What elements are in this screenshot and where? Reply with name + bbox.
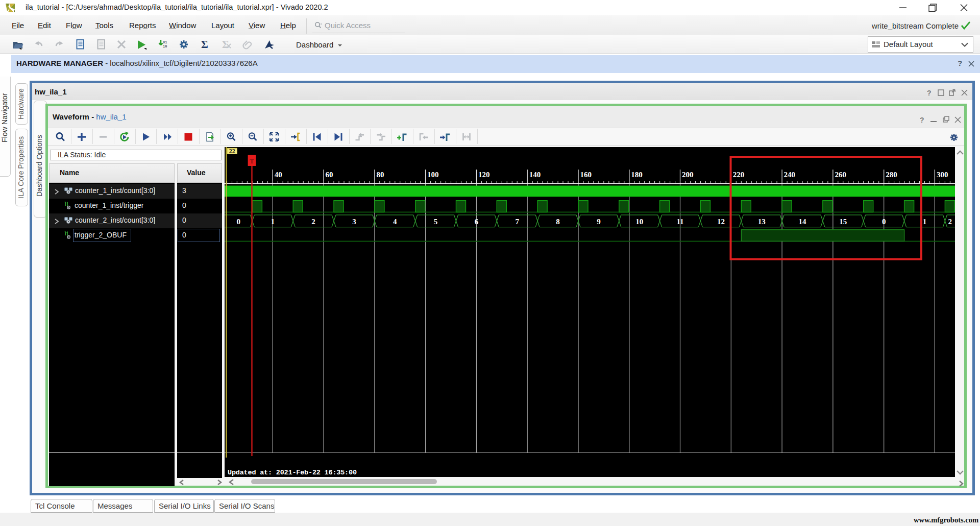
svg-text:?: ? [920, 116, 924, 124]
svg-text:180: 180 [631, 171, 643, 179]
svg-text:0: 0 [236, 218, 240, 226]
svg-text:8: 8 [556, 218, 560, 226]
svg-text:10: 10 [635, 218, 643, 226]
svg-text:2: 2 [948, 218, 952, 226]
svg-text:12: 12 [717, 218, 725, 226]
svg-text:01: 01 [163, 40, 167, 44]
svg-text:15: 15 [839, 218, 847, 226]
svg-text:220: 220 [733, 171, 745, 179]
svg-text:6: 6 [475, 218, 479, 226]
svg-text:9: 9 [597, 218, 601, 226]
svg-text:3: 3 [352, 218, 356, 226]
svg-text:40: 40 [275, 171, 282, 179]
svg-text:5: 5 [434, 218, 438, 226]
svg-text:100: 100 [427, 171, 439, 179]
svg-text:Updated at: 2021-Feb-22 16:35:: Updated at: 2021-Feb-22 16:35:00 [228, 469, 357, 476]
svg-text:260: 260 [835, 171, 846, 179]
svg-text:1: 1 [923, 218, 927, 226]
svg-text:4: 4 [393, 218, 397, 226]
svg-text:200: 200 [682, 171, 694, 179]
svg-text:13: 13 [758, 218, 766, 226]
svg-text:T: T [250, 157, 254, 165]
svg-text:160: 160 [580, 171, 592, 179]
svg-text:280: 280 [886, 171, 897, 179]
svg-text:120: 120 [478, 171, 490, 179]
svg-text:11: 11 [676, 218, 683, 226]
svg-text:7: 7 [515, 218, 519, 226]
svg-text:60: 60 [326, 171, 333, 179]
svg-text:0: 0 [882, 218, 886, 226]
svg-text:80: 80 [376, 171, 384, 179]
svg-text:10: 10 [163, 44, 167, 49]
svg-text:Σ: Σ [201, 39, 208, 51]
svg-text:22: 22 [229, 148, 235, 155]
svg-text:240: 240 [784, 171, 796, 179]
svg-text:1: 1 [271, 218, 275, 226]
svg-text:?: ? [927, 89, 932, 97]
svg-text:2: 2 [311, 218, 315, 226]
svg-text:14: 14 [799, 218, 807, 226]
svg-text:140: 140 [529, 171, 541, 179]
svg-text:300: 300 [937, 171, 948, 179]
